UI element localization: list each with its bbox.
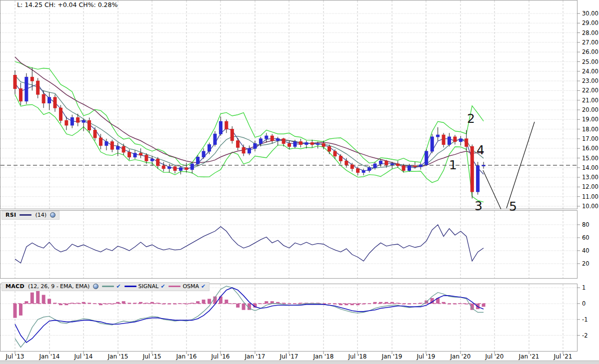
y-axis-label: 24.00 [582,68,598,75]
candle-down [174,167,176,171]
chart-application: 30.0029.0028.0027.0026.0025.0024.0023.00… [0,0,599,364]
y-axis-label: 27.00 [582,39,598,46]
candle-up [179,168,182,171]
signal-line-sample [124,286,136,287]
osma-bar [482,304,486,307]
y-axis-label: 20 [582,260,590,267]
candle-up [214,134,216,144]
y-axis-label: 30.00 [582,10,598,17]
candle-up [374,164,376,168]
y-axis-label: 22.00 [582,87,598,94]
candle-down [139,153,142,155]
x-axis-label: Jul '20 [485,353,504,360]
x-axis-label: Jan '20 [450,353,471,360]
candle-down [328,146,331,151]
candle-up [276,139,280,141]
candle-up [25,77,28,101]
candle-down [88,120,91,130]
candle-up [436,135,440,137]
osma-bar [14,304,17,318]
candle-down [282,139,285,144]
x-axis-label: Jan '15 [108,353,128,360]
osma-bar [24,301,28,304]
candle-down [42,94,45,103]
x-axis-label: Jul '17 [280,353,298,360]
candle-down [128,152,131,157]
candle-up [430,137,434,151]
macd-title: MACD [6,283,24,290]
candle-down [322,144,325,147]
chart-canvas: 30.0029.0028.0027.0026.0025.0024.0023.00… [0,0,599,364]
y-axis-label: 19.00 [582,116,598,123]
osma-bar [242,304,246,310]
candle-down [334,151,336,156]
y-axis-label: 21.00 [582,97,598,104]
osma-bar [30,293,34,304]
candle-down [94,130,96,138]
candle-up [168,167,171,169]
x-axis-label: Jul '15 [142,353,162,360]
macd-settings-icon[interactable] [93,284,98,289]
candle-down [36,81,40,94]
candle-down [230,129,234,141]
x-axis-label: Jul '13 [6,353,24,360]
candle-down [99,138,102,145]
candle-up [482,165,485,166]
signal-line-legend: SIGNAL ✔ [124,283,166,290]
candle-down [76,117,80,122]
candle-up [105,142,108,146]
candle-up [116,146,120,149]
candle-up [259,139,262,144]
candle-down [465,139,468,146]
wave-label-2[interactable]: 2 [467,111,475,126]
candle-down [14,75,16,89]
y-axis-label: 20.00 [582,106,598,113]
y-axis-label: 60 [582,234,590,241]
y-axis-label: 1 [582,284,586,291]
wave-label-3[interactable]: 3 [474,199,482,213]
candle-down [236,141,240,148]
candle-up [425,151,428,165]
horizontal-scrollbar[interactable] [0,361,599,364]
candle-up [202,151,205,157]
candle-down [156,159,160,166]
candle-up [208,144,211,151]
candle-up [408,166,411,171]
y-axis-label: 40 [582,247,590,254]
signal-line-checkbox[interactable]: ✔ [160,284,165,289]
x-axis-label: Jan '19 [382,353,402,360]
x-axis-label: Jan '21 [518,353,540,360]
panel-frame [0,0,578,209]
candle-down [442,135,445,144]
osma-checkbox[interactable]: ✔ [201,284,206,289]
y-axis-label: 13.00 [582,174,598,181]
candle-down [110,142,114,149]
rsi-settings-icon[interactable] [50,212,56,218]
wave-label-1[interactable]: 1 [449,158,457,172]
candle-up [476,166,480,192]
osma-bar [122,301,126,304]
y-axis-label: 14.00 [582,164,598,171]
osma-bar [224,300,228,304]
x-axis-label: Jan '14 [39,353,60,360]
osma-bar [208,299,211,304]
macd-line-sample [102,286,114,287]
rsi-title: RSI [6,212,16,218]
osma-bar [202,300,206,304]
candle-down [59,108,62,120]
candle-down [162,166,165,169]
y-axis-label: 25.00 [582,58,598,65]
wave-label-5[interactable]: 5 [509,199,517,214]
y-axis-label: 29.00 [582,19,598,26]
candle-down [470,146,474,192]
candle-up [362,171,365,173]
candle-down [185,168,188,170]
macd-line-checkbox[interactable]: ✔ [116,284,120,289]
osma-bar [270,301,274,304]
wave-label-4[interactable]: 4 [476,143,484,157]
quote-bar: L: 14.25 CH: +0.04 CH%: 0.28% [17,1,118,8]
candle-up [294,142,296,147]
macd-params: (12, 26, 9 - EMA, EMA) [28,283,90,290]
candle-up [254,144,256,149]
candle-down [356,169,360,173]
